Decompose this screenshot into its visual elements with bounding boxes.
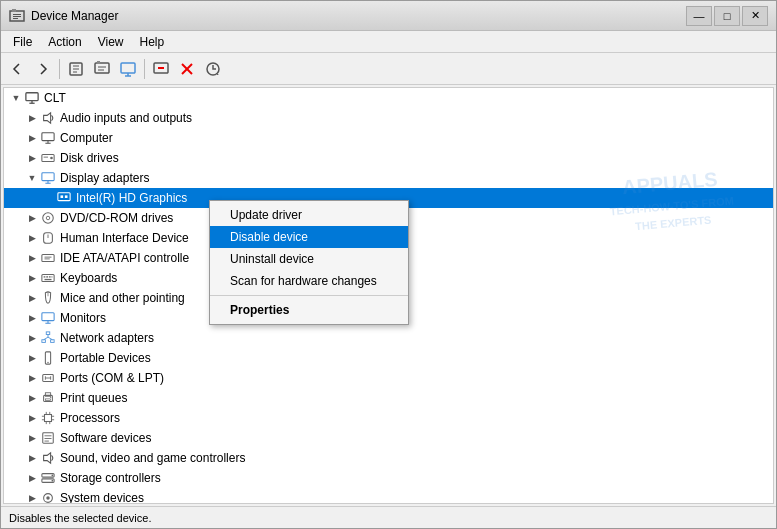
ctx-properties[interactable]: Properties bbox=[210, 299, 408, 321]
tree-item-processors[interactable]: ▶ Processors bbox=[4, 408, 773, 428]
dvd-toggle[interactable]: ▶ bbox=[24, 210, 40, 226]
monitor-toolbar-button[interactable] bbox=[116, 57, 140, 81]
network-label: Network adapters bbox=[60, 331, 154, 345]
svg-rect-34 bbox=[58, 193, 70, 201]
menu-action[interactable]: Action bbox=[40, 33, 89, 51]
menu-help[interactable]: Help bbox=[132, 33, 173, 51]
tree-item-print[interactable]: ▶ Print queues bbox=[4, 388, 773, 408]
svg-point-89 bbox=[46, 496, 50, 500]
ide-toggle[interactable]: ▶ bbox=[24, 250, 40, 266]
disable-toolbar-button[interactable] bbox=[149, 57, 173, 81]
maximize-button[interactable]: □ bbox=[714, 6, 740, 26]
software-toggle[interactable]: ▶ bbox=[24, 430, 40, 446]
forward-button[interactable] bbox=[31, 57, 55, 81]
storage-toggle[interactable]: ▶ bbox=[24, 470, 40, 486]
dvd-icon bbox=[40, 210, 56, 226]
svg-rect-49 bbox=[45, 279, 52, 280]
delete-toolbar-button[interactable] bbox=[175, 57, 199, 81]
processors-label: Processors bbox=[60, 411, 120, 425]
back-button[interactable] bbox=[5, 57, 29, 81]
portable-toggle[interactable]: ▶ bbox=[24, 350, 40, 366]
properties-toolbar-button[interactable] bbox=[64, 57, 88, 81]
tree-item-storage[interactable]: ▶ Storage controllers bbox=[4, 468, 773, 488]
audio-label: Audio inputs and outputs bbox=[60, 111, 192, 125]
ctx-disable-device[interactable]: Disable device bbox=[210, 226, 408, 248]
processor-icon bbox=[40, 410, 56, 426]
intel-icon bbox=[56, 190, 72, 206]
tree-item-software[interactable]: ▶ Software devices bbox=[4, 428, 773, 448]
display-toggle[interactable]: ▼ bbox=[24, 170, 40, 186]
tree-item-disk[interactable]: ▶ Disk drives bbox=[4, 148, 773, 168]
ctx-update-driver[interactable]: Update driver bbox=[210, 204, 408, 226]
svg-rect-70 bbox=[45, 415, 52, 422]
ctx-scan-hardware[interactable]: Scan for hardware changes bbox=[210, 270, 408, 292]
network-icon bbox=[40, 330, 56, 346]
menu-view[interactable]: View bbox=[90, 33, 132, 51]
svg-rect-56 bbox=[51, 340, 55, 343]
tree-item-display[interactable]: ▼ Display adapters bbox=[4, 168, 773, 188]
tree-item-sound[interactable]: ▶ Sound, video and game controllers bbox=[4, 448, 773, 468]
svg-point-38 bbox=[46, 216, 50, 220]
svg-rect-36 bbox=[65, 195, 68, 198]
audio-toggle[interactable]: ▶ bbox=[24, 110, 40, 126]
computer-icon2 bbox=[40, 130, 56, 146]
computer-toggle[interactable]: ▶ bbox=[24, 130, 40, 146]
svg-rect-31 bbox=[42, 173, 54, 181]
svg-point-87 bbox=[52, 480, 54, 482]
monitors-label: Monitors bbox=[60, 311, 106, 325]
svg-rect-44 bbox=[42, 275, 54, 282]
root-toggle[interactable]: ▼ bbox=[8, 90, 24, 106]
tree-root[interactable]: ▼ CLT bbox=[4, 88, 773, 108]
mice-toggle[interactable]: ▶ bbox=[24, 290, 40, 306]
intel-toggle bbox=[40, 190, 56, 206]
device-manager-window: Device Manager — □ ✕ File Action View He… bbox=[0, 0, 777, 529]
update-driver-toolbar-button[interactable] bbox=[90, 57, 114, 81]
keyboards-label: Keyboards bbox=[60, 271, 117, 285]
svg-marker-83 bbox=[44, 453, 51, 464]
system-label: System devices bbox=[60, 491, 144, 504]
svg-rect-54 bbox=[46, 332, 50, 335]
svg-rect-9 bbox=[95, 63, 109, 73]
context-menu: Update driver Disable device Uninstall d… bbox=[209, 200, 409, 325]
tree-item-network[interactable]: ▶ Network adapters bbox=[4, 328, 773, 348]
context-menu-separator bbox=[210, 295, 408, 296]
svg-rect-45 bbox=[44, 276, 46, 277]
tree-item-system[interactable]: ▶ System devices bbox=[4, 488, 773, 504]
svg-rect-80 bbox=[45, 435, 52, 436]
monitors-toggle[interactable]: ▶ bbox=[24, 310, 40, 326]
portable-icon bbox=[40, 350, 56, 366]
hid-toggle[interactable]: ▶ bbox=[24, 230, 40, 246]
menu-file[interactable]: File bbox=[5, 33, 40, 51]
device-tree[interactable]: APPUALS TECH-HOW-TO'S FROM THE EXPERTS ▼… bbox=[3, 87, 774, 504]
svg-rect-48 bbox=[52, 276, 53, 277]
minimize-button[interactable]: — bbox=[686, 6, 712, 26]
tree-item-portable[interactable]: ▶ Portable Devices bbox=[4, 348, 773, 368]
window-title: Device Manager bbox=[31, 9, 686, 23]
ports-icon bbox=[40, 370, 56, 386]
disk-toggle[interactable]: ▶ bbox=[24, 150, 40, 166]
storage-label: Storage controllers bbox=[60, 471, 161, 485]
svg-rect-82 bbox=[45, 441, 49, 442]
svg-rect-46 bbox=[46, 276, 48, 277]
scan-toolbar-button[interactable] bbox=[201, 57, 225, 81]
svg-rect-81 bbox=[45, 438, 52, 439]
svg-rect-55 bbox=[42, 340, 46, 343]
tree-item-ports[interactable]: ▶ Ports (COM & LPT) bbox=[4, 368, 773, 388]
sound-toggle[interactable]: ▶ bbox=[24, 450, 40, 466]
ctx-uninstall-device[interactable]: Uninstall device bbox=[210, 248, 408, 270]
ports-label: Ports (COM & LPT) bbox=[60, 371, 164, 385]
network-toggle[interactable]: ▶ bbox=[24, 330, 40, 346]
processors-toggle[interactable]: ▶ bbox=[24, 410, 40, 426]
tree-item-audio[interactable]: ▶ Audio inputs and outputs bbox=[4, 108, 773, 128]
keyboards-toggle[interactable]: ▶ bbox=[24, 270, 40, 286]
system-toggle[interactable]: ▶ bbox=[24, 490, 40, 504]
ide-label: IDE ATA/ATAPI controlle bbox=[60, 251, 189, 265]
print-toggle[interactable]: ▶ bbox=[24, 390, 40, 406]
disk-label: Disk drives bbox=[60, 151, 119, 165]
mice-label: Mice and other pointing bbox=[60, 291, 185, 305]
tree-item-computer[interactable]: ▶ Computer bbox=[4, 128, 773, 148]
close-button[interactable]: ✕ bbox=[742, 6, 768, 26]
svg-rect-47 bbox=[49, 276, 51, 277]
ports-toggle[interactable]: ▶ bbox=[24, 370, 40, 386]
svg-rect-3 bbox=[13, 16, 21, 17]
